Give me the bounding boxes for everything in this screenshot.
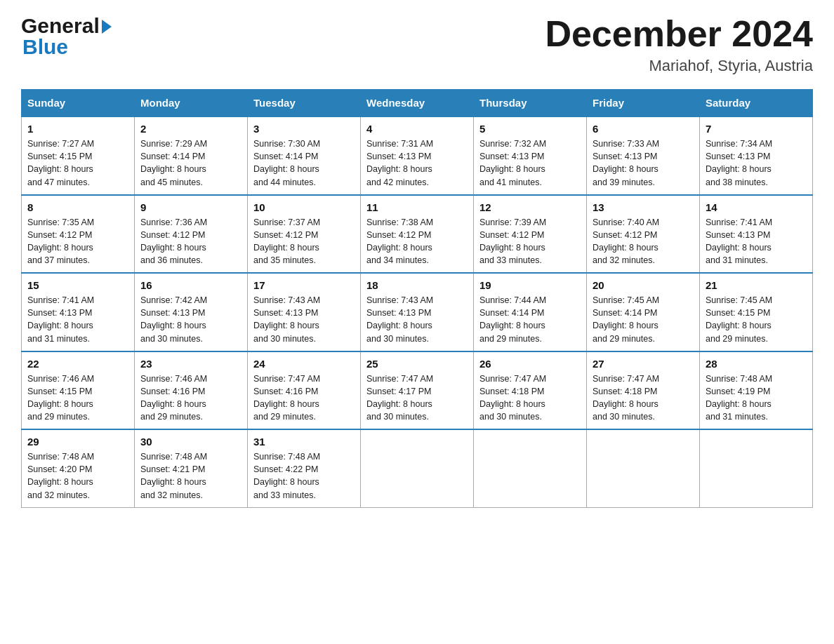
location-subtitle: Mariahof, Styria, Austria (545, 57, 813, 75)
page-header: General Blue December 2024 Mariahof, Sty… (21, 14, 813, 75)
day-info: Sunrise: 7:47 AM Sunset: 4:16 PM Dayligh… (253, 373, 355, 424)
day-info: Sunrise: 7:43 AM Sunset: 4:13 PM Dayligh… (366, 294, 468, 345)
day-number: 14 (706, 201, 807, 213)
table-row: 6 Sunrise: 7:33 AM Sunset: 4:13 PM Dayli… (587, 116, 700, 195)
day-number: 4 (366, 123, 468, 135)
day-number: 1 (27, 123, 128, 135)
col-sunday: Sunday (22, 90, 135, 117)
day-info: Sunrise: 7:48 AM Sunset: 4:20 PM Dayligh… (27, 450, 128, 502)
table-row: 13 Sunrise: 7:40 AM Sunset: 4:12 PM Dayl… (587, 195, 700, 274)
day-info: Sunrise: 7:46 AM Sunset: 4:15 PM Dayligh… (27, 373, 128, 424)
table-row (587, 429, 700, 507)
table-row (361, 429, 474, 507)
table-row: 30 Sunrise: 7:48 AM Sunset: 4:21 PM Dayl… (135, 429, 248, 507)
day-info: Sunrise: 7:48 AM Sunset: 4:22 PM Dayligh… (253, 450, 355, 502)
calendar-week-row: 8 Sunrise: 7:35 AM Sunset: 4:12 PM Dayli… (22, 195, 813, 274)
table-row: 3 Sunrise: 7:30 AM Sunset: 4:14 PM Dayli… (248, 116, 361, 195)
day-info: Sunrise: 7:29 AM Sunset: 4:14 PM Dayligh… (140, 137, 241, 189)
logo-text-blue: Blue (21, 35, 112, 59)
table-row: 27 Sunrise: 7:47 AM Sunset: 4:18 PM Dayl… (587, 351, 700, 430)
col-friday: Friday (587, 90, 700, 117)
day-number: 20 (593, 279, 694, 291)
day-number: 16 (140, 279, 241, 291)
table-row: 9 Sunrise: 7:36 AM Sunset: 4:12 PM Dayli… (135, 195, 248, 274)
day-number: 8 (27, 201, 128, 213)
logo-text-general: General (21, 14, 100, 38)
calendar-header-row: Sunday Monday Tuesday Wednesday Thursday… (22, 90, 813, 117)
day-number: 27 (593, 358, 694, 370)
col-wednesday: Wednesday (361, 90, 474, 117)
table-row: 17 Sunrise: 7:43 AM Sunset: 4:13 PM Dayl… (248, 273, 361, 351)
day-info: Sunrise: 7:41 AM Sunset: 4:13 PM Dayligh… (706, 216, 807, 267)
day-number: 7 (706, 123, 807, 135)
day-number: 12 (479, 201, 581, 213)
day-info: Sunrise: 7:42 AM Sunset: 4:13 PM Dayligh… (140, 294, 241, 345)
day-info: Sunrise: 7:27 AM Sunset: 4:15 PM Dayligh… (27, 137, 128, 189)
table-row: 28 Sunrise: 7:48 AM Sunset: 4:19 PM Dayl… (700, 351, 813, 430)
table-row: 15 Sunrise: 7:41 AM Sunset: 4:13 PM Dayl… (22, 273, 135, 351)
day-number: 28 (706, 358, 807, 370)
table-row (700, 429, 813, 507)
table-row: 23 Sunrise: 7:46 AM Sunset: 4:16 PM Dayl… (135, 351, 248, 430)
day-number: 29 (27, 436, 128, 448)
table-row: 26 Sunrise: 7:47 AM Sunset: 4:18 PM Dayl… (474, 351, 587, 430)
table-row: 10 Sunrise: 7:37 AM Sunset: 4:12 PM Dayl… (248, 195, 361, 274)
calendar-week-row: 22 Sunrise: 7:46 AM Sunset: 4:15 PM Dayl… (22, 351, 813, 430)
day-info: Sunrise: 7:34 AM Sunset: 4:13 PM Dayligh… (706, 137, 807, 189)
day-info: Sunrise: 7:48 AM Sunset: 4:21 PM Dayligh… (140, 450, 241, 502)
table-row: 21 Sunrise: 7:45 AM Sunset: 4:15 PM Dayl… (700, 273, 813, 351)
table-row: 31 Sunrise: 7:48 AM Sunset: 4:22 PM Dayl… (248, 429, 361, 507)
day-info: Sunrise: 7:47 AM Sunset: 4:17 PM Dayligh… (366, 373, 468, 424)
day-number: 6 (593, 123, 694, 135)
day-info: Sunrise: 7:37 AM Sunset: 4:12 PM Dayligh… (253, 216, 355, 267)
day-number: 21 (706, 279, 807, 291)
day-info: Sunrise: 7:43 AM Sunset: 4:13 PM Dayligh… (253, 294, 355, 345)
logo-arrow-icon (102, 20, 112, 34)
calendar-table: Sunday Monday Tuesday Wednesday Thursday… (21, 89, 813, 508)
day-info: Sunrise: 7:33 AM Sunset: 4:13 PM Dayligh… (593, 137, 694, 189)
table-row: 24 Sunrise: 7:47 AM Sunset: 4:16 PM Dayl… (248, 351, 361, 430)
day-number: 23 (140, 358, 241, 370)
day-number: 10 (253, 201, 355, 213)
table-row: 2 Sunrise: 7:29 AM Sunset: 4:14 PM Dayli… (135, 116, 248, 195)
day-info: Sunrise: 7:47 AM Sunset: 4:18 PM Dayligh… (593, 373, 694, 424)
calendar-week-row: 1 Sunrise: 7:27 AM Sunset: 4:15 PM Dayli… (22, 116, 813, 195)
day-info: Sunrise: 7:36 AM Sunset: 4:12 PM Dayligh… (140, 216, 241, 267)
day-info: Sunrise: 7:46 AM Sunset: 4:16 PM Dayligh… (140, 373, 241, 424)
table-row: 8 Sunrise: 7:35 AM Sunset: 4:12 PM Dayli… (22, 195, 135, 274)
day-info: Sunrise: 7:32 AM Sunset: 4:13 PM Dayligh… (479, 137, 581, 189)
day-number: 9 (140, 201, 241, 213)
day-number: 3 (253, 123, 355, 135)
day-number: 17 (253, 279, 355, 291)
calendar-week-row: 15 Sunrise: 7:41 AM Sunset: 4:13 PM Dayl… (22, 273, 813, 351)
day-info: Sunrise: 7:41 AM Sunset: 4:13 PM Dayligh… (27, 294, 128, 345)
table-row: 12 Sunrise: 7:39 AM Sunset: 4:12 PM Dayl… (474, 195, 587, 274)
day-number: 26 (479, 358, 581, 370)
calendar-week-row: 29 Sunrise: 7:48 AM Sunset: 4:20 PM Dayl… (22, 429, 813, 507)
table-row: 22 Sunrise: 7:46 AM Sunset: 4:15 PM Dayl… (22, 351, 135, 430)
title-area: December 2024 Mariahof, Styria, Austria (545, 14, 813, 75)
day-number: 19 (479, 279, 581, 291)
day-number: 2 (140, 123, 241, 135)
day-number: 13 (593, 201, 694, 213)
col-saturday: Saturday (700, 90, 813, 117)
table-row: 18 Sunrise: 7:43 AM Sunset: 4:13 PM Dayl… (361, 273, 474, 351)
day-number: 22 (27, 358, 128, 370)
day-info: Sunrise: 7:45 AM Sunset: 4:15 PM Dayligh… (706, 294, 807, 345)
table-row (474, 429, 587, 507)
day-info: Sunrise: 7:30 AM Sunset: 4:14 PM Dayligh… (253, 137, 355, 189)
table-row: 14 Sunrise: 7:41 AM Sunset: 4:13 PM Dayl… (700, 195, 813, 274)
day-number: 11 (366, 201, 468, 213)
day-info: Sunrise: 7:47 AM Sunset: 4:18 PM Dayligh… (479, 373, 581, 424)
table-row: 19 Sunrise: 7:44 AM Sunset: 4:14 PM Dayl… (474, 273, 587, 351)
day-number: 15 (27, 279, 128, 291)
day-number: 25 (366, 358, 468, 370)
day-info: Sunrise: 7:45 AM Sunset: 4:14 PM Dayligh… (593, 294, 694, 345)
logo: General Blue (21, 14, 112, 59)
table-row: 5 Sunrise: 7:32 AM Sunset: 4:13 PM Dayli… (474, 116, 587, 195)
day-number: 30 (140, 436, 241, 448)
day-info: Sunrise: 7:35 AM Sunset: 4:12 PM Dayligh… (27, 216, 128, 267)
table-row: 20 Sunrise: 7:45 AM Sunset: 4:14 PM Dayl… (587, 273, 700, 351)
table-row: 1 Sunrise: 7:27 AM Sunset: 4:15 PM Dayli… (22, 116, 135, 195)
table-row: 16 Sunrise: 7:42 AM Sunset: 4:13 PM Dayl… (135, 273, 248, 351)
